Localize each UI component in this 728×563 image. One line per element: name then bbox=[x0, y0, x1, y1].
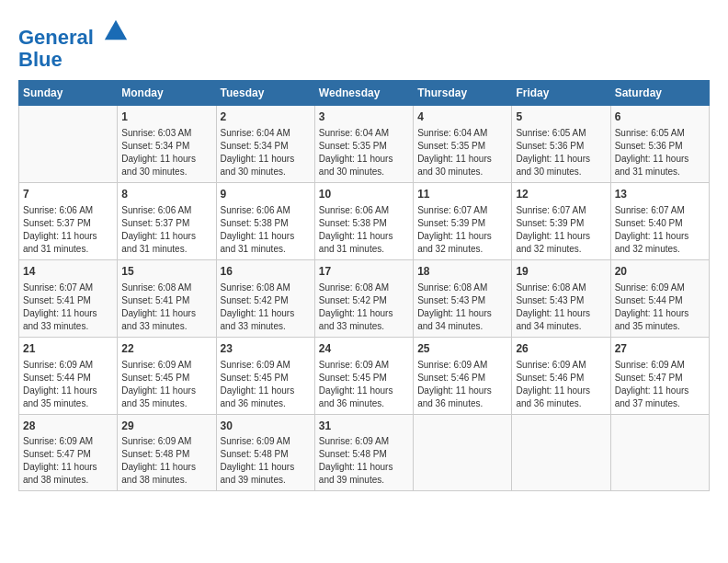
day-number: 5 bbox=[516, 109, 606, 125]
calendar-cell: 17Sunrise: 6:08 AM Sunset: 5:42 PM Dayli… bbox=[314, 259, 413, 337]
calendar-week-row: 1Sunrise: 6:03 AM Sunset: 5:34 PM Daylig… bbox=[19, 106, 710, 183]
day-number: 9 bbox=[221, 187, 311, 202]
day-number: 16 bbox=[221, 264, 311, 280]
day-number: 4 bbox=[417, 109, 507, 125]
day-number: 12 bbox=[516, 187, 606, 202]
day-info: Sunrise: 6:06 AM Sunset: 5:37 PM Dayligh… bbox=[121, 204, 211, 256]
day-number: 14 bbox=[23, 264, 113, 280]
day-info: Sunrise: 6:09 AM Sunset: 5:45 PM Dayligh… bbox=[319, 359, 409, 410]
day-number: 18 bbox=[417, 264, 507, 280]
day-info: Sunrise: 6:07 AM Sunset: 5:41 PM Dayligh… bbox=[23, 282, 113, 333]
day-number: 13 bbox=[615, 187, 705, 202]
day-info: Sunrise: 6:06 AM Sunset: 5:38 PM Dayligh… bbox=[221, 204, 311, 256]
calendar-cell bbox=[610, 414, 709, 491]
calendar-cell: 16Sunrise: 6:08 AM Sunset: 5:42 PM Dayli… bbox=[216, 259, 314, 337]
calendar-cell bbox=[512, 414, 610, 491]
calendar-week-row: 7Sunrise: 6:06 AM Sunset: 5:37 PM Daylig… bbox=[19, 183, 710, 260]
calendar-cell: 31Sunrise: 6:09 AM Sunset: 5:48 PM Dayli… bbox=[314, 414, 413, 491]
calendar-cell: 28Sunrise: 6:09 AM Sunset: 5:47 PM Dayli… bbox=[19, 414, 118, 491]
calendar-week-row: 14Sunrise: 6:07 AM Sunset: 5:41 PM Dayli… bbox=[19, 259, 710, 337]
calendar-cell: 1Sunrise: 6:03 AM Sunset: 5:34 PM Daylig… bbox=[118, 106, 216, 183]
day-of-week-header: Saturday bbox=[610, 81, 709, 106]
calendar-cell: 6Sunrise: 6:05 AM Sunset: 5:36 PM Daylig… bbox=[610, 106, 709, 183]
day-number: 23 bbox=[221, 341, 311, 357]
calendar-body: 1Sunrise: 6:03 AM Sunset: 5:34 PM Daylig… bbox=[19, 106, 710, 491]
day-info: Sunrise: 6:08 AM Sunset: 5:42 PM Dayligh… bbox=[319, 282, 409, 333]
day-number: 29 bbox=[121, 419, 211, 434]
calendar-week-row: 21Sunrise: 6:09 AM Sunset: 5:44 PM Dayli… bbox=[19, 337, 710, 414]
day-number: 24 bbox=[319, 341, 409, 357]
day-info: Sunrise: 6:05 AM Sunset: 5:36 PM Dayligh… bbox=[516, 127, 606, 178]
day-info: Sunrise: 6:05 AM Sunset: 5:36 PM Dayligh… bbox=[615, 127, 705, 178]
day-number: 27 bbox=[615, 341, 705, 357]
day-number: 26 bbox=[516, 341, 606, 357]
calendar-cell bbox=[19, 106, 118, 183]
day-info: Sunrise: 6:09 AM Sunset: 5:44 PM Dayligh… bbox=[615, 282, 705, 333]
day-number: 22 bbox=[121, 341, 211, 357]
calendar-cell: 21Sunrise: 6:09 AM Sunset: 5:44 PM Dayli… bbox=[19, 337, 118, 414]
day-info: Sunrise: 6:09 AM Sunset: 5:45 PM Dayligh… bbox=[221, 359, 311, 410]
calendar-cell: 25Sunrise: 6:09 AM Sunset: 5:46 PM Dayli… bbox=[414, 337, 512, 414]
calendar-cell: 7Sunrise: 6:06 AM Sunset: 5:37 PM Daylig… bbox=[19, 183, 118, 260]
day-info: Sunrise: 6:07 AM Sunset: 5:39 PM Dayligh… bbox=[417, 204, 507, 256]
header-row: SundayMondayTuesdayWednesdayThursdayFrid… bbox=[19, 81, 710, 106]
day-info: Sunrise: 6:08 AM Sunset: 5:43 PM Dayligh… bbox=[417, 282, 507, 333]
calendar-cell: 12Sunrise: 6:07 AM Sunset: 5:39 PM Dayli… bbox=[512, 183, 610, 260]
day-info: Sunrise: 6:09 AM Sunset: 5:44 PM Dayligh… bbox=[23, 359, 113, 410]
calendar-cell: 18Sunrise: 6:08 AM Sunset: 5:43 PM Dayli… bbox=[414, 259, 512, 337]
day-number: 8 bbox=[121, 187, 211, 202]
day-number: 28 bbox=[23, 419, 113, 434]
day-number: 7 bbox=[23, 187, 113, 202]
logo-icon bbox=[103, 18, 129, 44]
calendar-cell: 29Sunrise: 6:09 AM Sunset: 5:48 PM Dayli… bbox=[118, 414, 216, 491]
calendar-table: SundayMondayTuesdayWednesdayThursdayFrid… bbox=[18, 80, 710, 491]
day-info: Sunrise: 6:06 AM Sunset: 5:38 PM Dayligh… bbox=[319, 204, 409, 256]
day-number: 11 bbox=[417, 187, 507, 202]
calendar-cell bbox=[414, 414, 512, 491]
day-info: Sunrise: 6:04 AM Sunset: 5:34 PM Dayligh… bbox=[221, 127, 311, 178]
day-info: Sunrise: 6:09 AM Sunset: 5:48 PM Dayligh… bbox=[121, 435, 211, 487]
calendar-cell: 22Sunrise: 6:09 AM Sunset: 5:45 PM Dayli… bbox=[118, 337, 216, 414]
day-info: Sunrise: 6:09 AM Sunset: 5:47 PM Dayligh… bbox=[23, 435, 113, 487]
calendar-cell: 19Sunrise: 6:08 AM Sunset: 5:43 PM Dayli… bbox=[512, 259, 610, 337]
calendar-cell: 14Sunrise: 6:07 AM Sunset: 5:41 PM Dayli… bbox=[19, 259, 118, 337]
day-info: Sunrise: 6:08 AM Sunset: 5:43 PM Dayligh… bbox=[516, 282, 606, 333]
calendar-cell: 30Sunrise: 6:09 AM Sunset: 5:48 PM Dayli… bbox=[216, 414, 314, 491]
day-of-week-header: Friday bbox=[512, 81, 610, 106]
calendar-cell: 26Sunrise: 6:09 AM Sunset: 5:46 PM Dayli… bbox=[512, 337, 610, 414]
svg-marker-0 bbox=[105, 20, 127, 40]
day-info: Sunrise: 6:06 AM Sunset: 5:37 PM Dayligh… bbox=[23, 204, 113, 256]
calendar-week-row: 28Sunrise: 6:09 AM Sunset: 5:47 PM Dayli… bbox=[19, 414, 710, 491]
calendar-cell: 8Sunrise: 6:06 AM Sunset: 5:37 PM Daylig… bbox=[118, 183, 216, 260]
day-number: 31 bbox=[319, 419, 409, 434]
day-number: 21 bbox=[23, 341, 113, 357]
day-info: Sunrise: 6:09 AM Sunset: 5:47 PM Dayligh… bbox=[615, 359, 705, 410]
day-number: 3 bbox=[319, 109, 409, 125]
day-number: 6 bbox=[615, 109, 705, 125]
day-of-week-header: Thursday bbox=[414, 81, 512, 106]
calendar-header: SundayMondayTuesdayWednesdayThursdayFrid… bbox=[19, 81, 710, 106]
day-info: Sunrise: 6:07 AM Sunset: 5:40 PM Dayligh… bbox=[615, 204, 705, 256]
day-info: Sunrise: 6:04 AM Sunset: 5:35 PM Dayligh… bbox=[417, 127, 507, 178]
day-number: 10 bbox=[319, 187, 409, 202]
calendar-cell: 4Sunrise: 6:04 AM Sunset: 5:35 PM Daylig… bbox=[414, 106, 512, 183]
calendar-cell: 2Sunrise: 6:04 AM Sunset: 5:34 PM Daylig… bbox=[216, 106, 314, 183]
page-header: General Blue bbox=[18, 18, 710, 71]
day-number: 20 bbox=[615, 264, 705, 280]
day-of-week-header: Monday bbox=[118, 81, 216, 106]
calendar-cell: 11Sunrise: 6:07 AM Sunset: 5:39 PM Dayli… bbox=[414, 183, 512, 260]
calendar-cell: 13Sunrise: 6:07 AM Sunset: 5:40 PM Dayli… bbox=[610, 183, 709, 260]
day-info: Sunrise: 6:03 AM Sunset: 5:34 PM Dayligh… bbox=[121, 127, 211, 178]
calendar-cell: 15Sunrise: 6:08 AM Sunset: 5:41 PM Dayli… bbox=[118, 259, 216, 337]
day-info: Sunrise: 6:08 AM Sunset: 5:42 PM Dayligh… bbox=[221, 282, 311, 333]
day-info: Sunrise: 6:09 AM Sunset: 5:45 PM Dayligh… bbox=[121, 359, 211, 410]
calendar-cell: 3Sunrise: 6:04 AM Sunset: 5:35 PM Daylig… bbox=[314, 106, 413, 183]
logo-text: General Blue bbox=[18, 18, 129, 71]
logo-general: General bbox=[18, 26, 94, 49]
day-number: 19 bbox=[516, 264, 606, 280]
day-of-week-header: Sunday bbox=[19, 81, 118, 106]
logo: General Blue bbox=[18, 18, 129, 71]
calendar-cell: 9Sunrise: 6:06 AM Sunset: 5:38 PM Daylig… bbox=[216, 183, 314, 260]
day-number: 25 bbox=[417, 341, 507, 357]
day-info: Sunrise: 6:09 AM Sunset: 5:46 PM Dayligh… bbox=[417, 359, 507, 410]
